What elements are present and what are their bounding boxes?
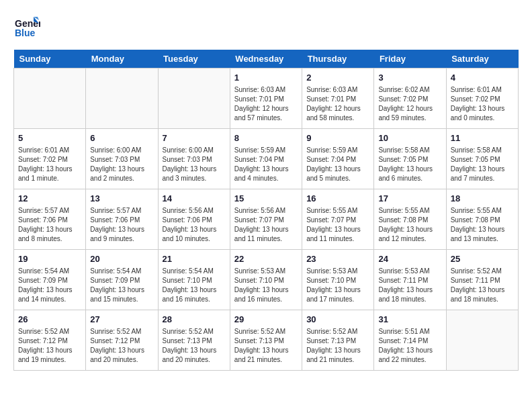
day-info: Sunrise: 5:55 AMSunset: 7:08 PMDaylight:… (451, 206, 514, 244)
svg-text:Blue: Blue (15, 28, 36, 38)
day-number: 5 (18, 132, 81, 144)
calendar-cell: 25Sunrise: 5:52 AMSunset: 7:11 PMDayligh… (446, 250, 518, 310)
page-header: General Blue (13, 13, 519, 43)
calendar-cell: 10Sunrise: 5:58 AMSunset: 7:05 PMDayligh… (374, 129, 446, 189)
calendar-cell: 29Sunrise: 5:52 AMSunset: 7:13 PMDayligh… (230, 310, 302, 371)
logo-icon: General Blue (13, 13, 40, 43)
calendar-cell: 7Sunrise: 6:00 AMSunset: 7:03 PMDaylight… (158, 129, 230, 189)
day-number: 27 (90, 314, 153, 326)
day-number: 15 (234, 193, 298, 205)
day-header-wednesday: Wednesday (230, 50, 302, 68)
day-info: Sunrise: 5:54 AMSunset: 7:09 PMDaylight:… (90, 267, 153, 304)
calendar-cell: 8Sunrise: 5:59 AMSunset: 7:04 PMDaylight… (230, 129, 302, 189)
day-info: Sunrise: 5:54 AMSunset: 7:10 PMDaylight:… (163, 267, 226, 304)
day-info: Sunrise: 6:03 AMSunset: 7:01 PMDaylight:… (306, 85, 369, 123)
day-info: Sunrise: 6:00 AMSunset: 7:03 PMDaylight:… (163, 146, 226, 183)
day-header-sunday: Sunday (14, 50, 86, 68)
day-info: Sunrise: 6:01 AMSunset: 7:02 PMDaylight:… (18, 146, 81, 183)
day-number: 16 (306, 193, 369, 205)
calendar-cell: 28Sunrise: 5:52 AMSunset: 7:13 PMDayligh… (158, 310, 230, 371)
calendar-week-5: 26Sunrise: 5:52 AMSunset: 7:12 PMDayligh… (14, 310, 519, 371)
day-info: Sunrise: 5:52 AMSunset: 7:12 PMDaylight:… (90, 327, 153, 365)
calendar-week-3: 12Sunrise: 5:57 AMSunset: 7:06 PMDayligh… (14, 189, 519, 250)
day-number: 11 (451, 132, 514, 144)
calendar-cell: 14Sunrise: 5:56 AMSunset: 7:06 PMDayligh… (158, 189, 230, 250)
day-info: Sunrise: 5:59 AMSunset: 7:04 PMDaylight:… (234, 146, 298, 183)
day-info: Sunrise: 5:52 AMSunset: 7:13 PMDaylight:… (163, 327, 226, 365)
day-number: 6 (90, 132, 153, 144)
day-info: Sunrise: 5:57 AMSunset: 7:06 PMDaylight:… (18, 206, 81, 244)
calendar-cell (446, 310, 518, 371)
day-number: 23 (306, 253, 369, 265)
day-info: Sunrise: 5:53 AMSunset: 7:10 PMDaylight:… (306, 267, 369, 304)
day-number: 1 (234, 72, 298, 84)
day-info: Sunrise: 5:52 AMSunset: 7:13 PMDaylight:… (306, 327, 369, 365)
day-number: 21 (163, 253, 226, 265)
calendar-cell: 16Sunrise: 5:55 AMSunset: 7:07 PMDayligh… (302, 189, 374, 250)
logo: General Blue (13, 13, 40, 43)
day-number: 28 (163, 314, 226, 326)
calendar-cell (86, 68, 158, 129)
calendar-table: SundayMondayTuesdayWednesdayThursdayFrid… (13, 50, 519, 371)
day-number: 29 (234, 314, 298, 326)
day-info: Sunrise: 5:59 AMSunset: 7:04 PMDaylight:… (306, 146, 369, 183)
day-header-saturday: Saturday (446, 50, 518, 68)
day-number: 26 (18, 314, 81, 326)
day-info: Sunrise: 5:55 AMSunset: 7:07 PMDaylight:… (306, 206, 369, 244)
day-number: 2 (306, 72, 369, 84)
calendar-cell: 19Sunrise: 5:54 AMSunset: 7:09 PMDayligh… (14, 250, 86, 310)
day-number: 22 (234, 253, 298, 265)
day-info: Sunrise: 5:53 AMSunset: 7:11 PMDaylight:… (378, 267, 441, 304)
day-info: Sunrise: 5:52 AMSunset: 7:13 PMDaylight:… (234, 327, 298, 365)
day-number: 25 (451, 253, 514, 265)
day-number: 9 (306, 132, 369, 144)
calendar-cell: 3Sunrise: 6:02 AMSunset: 7:02 PMDaylight… (374, 68, 446, 129)
calendar-cell: 23Sunrise: 5:53 AMSunset: 7:10 PMDayligh… (302, 250, 374, 310)
day-number: 31 (378, 314, 441, 326)
calendar-cell: 26Sunrise: 5:52 AMSunset: 7:12 PMDayligh… (14, 310, 86, 371)
day-number: 19 (18, 253, 81, 265)
calendar-cell: 20Sunrise: 5:54 AMSunset: 7:09 PMDayligh… (86, 250, 158, 310)
day-number: 20 (90, 253, 153, 265)
calendar-cell: 30Sunrise: 5:52 AMSunset: 7:13 PMDayligh… (302, 310, 374, 371)
calendar-cell: 13Sunrise: 5:57 AMSunset: 7:06 PMDayligh… (86, 189, 158, 250)
day-info: Sunrise: 5:54 AMSunset: 7:09 PMDaylight:… (18, 267, 81, 304)
calendar-cell: 1Sunrise: 6:03 AMSunset: 7:01 PMDaylight… (230, 68, 302, 129)
calendar-week-2: 5Sunrise: 6:01 AMSunset: 7:02 PMDaylight… (14, 129, 519, 189)
day-header-tuesday: Tuesday (158, 50, 230, 68)
day-info: Sunrise: 5:52 AMSunset: 7:12 PMDaylight:… (18, 327, 81, 365)
calendar-body: 1Sunrise: 6:03 AMSunset: 7:01 PMDaylight… (14, 68, 519, 371)
day-header-thursday: Thursday (302, 50, 374, 68)
calendar-cell (14, 68, 86, 129)
calendar-cell: 17Sunrise: 5:55 AMSunset: 7:08 PMDayligh… (374, 189, 446, 250)
day-number: 30 (306, 314, 369, 326)
calendar-cell: 27Sunrise: 5:52 AMSunset: 7:12 PMDayligh… (86, 310, 158, 371)
day-number: 8 (234, 132, 298, 144)
day-header-friday: Friday (374, 50, 446, 68)
calendar-cell: 5Sunrise: 6:01 AMSunset: 7:02 PMDaylight… (14, 129, 86, 189)
calendar-cell: 24Sunrise: 5:53 AMSunset: 7:11 PMDayligh… (374, 250, 446, 310)
day-number: 14 (163, 193, 226, 205)
calendar-cell: 12Sunrise: 5:57 AMSunset: 7:06 PMDayligh… (14, 189, 86, 250)
calendar-cell: 4Sunrise: 6:01 AMSunset: 7:02 PMDaylight… (446, 68, 518, 129)
calendar-header-row: SundayMondayTuesdayWednesdayThursdayFrid… (14, 50, 519, 68)
day-number: 3 (378, 72, 441, 84)
day-info: Sunrise: 5:58 AMSunset: 7:05 PMDaylight:… (378, 146, 441, 183)
day-info: Sunrise: 5:56 AMSunset: 7:07 PMDaylight:… (234, 206, 298, 244)
calendar-cell: 21Sunrise: 5:54 AMSunset: 7:10 PMDayligh… (158, 250, 230, 310)
day-info: Sunrise: 5:55 AMSunset: 7:08 PMDaylight:… (378, 206, 441, 244)
calendar-cell: 22Sunrise: 5:53 AMSunset: 7:10 PMDayligh… (230, 250, 302, 310)
calendar-cell: 18Sunrise: 5:55 AMSunset: 7:08 PMDayligh… (446, 189, 518, 250)
calendar-cell: 6Sunrise: 6:00 AMSunset: 7:03 PMDaylight… (86, 129, 158, 189)
calendar-cell: 9Sunrise: 5:59 AMSunset: 7:04 PMDaylight… (302, 129, 374, 189)
day-info: Sunrise: 6:00 AMSunset: 7:03 PMDaylight:… (90, 146, 153, 183)
day-info: Sunrise: 5:51 AMSunset: 7:14 PMDaylight:… (378, 327, 441, 365)
calendar-week-4: 19Sunrise: 5:54 AMSunset: 7:09 PMDayligh… (14, 250, 519, 310)
calendar-cell (158, 68, 230, 129)
calendar-cell: 11Sunrise: 5:58 AMSunset: 7:05 PMDayligh… (446, 129, 518, 189)
day-info: Sunrise: 6:02 AMSunset: 7:02 PMDaylight:… (378, 85, 441, 123)
day-number: 10 (378, 132, 441, 144)
calendar-cell: 15Sunrise: 5:56 AMSunset: 7:07 PMDayligh… (230, 189, 302, 250)
day-number: 4 (451, 72, 514, 84)
day-number: 18 (451, 193, 514, 205)
